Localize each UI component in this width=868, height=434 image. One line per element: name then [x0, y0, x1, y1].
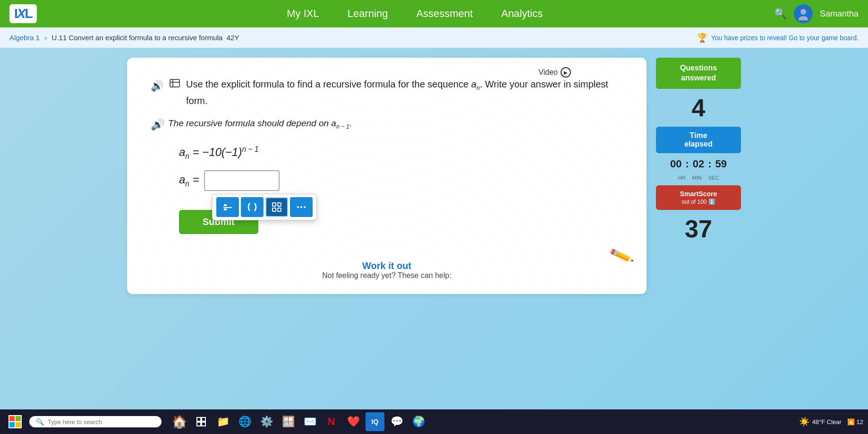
answer-input[interactable] [204, 170, 280, 191]
svg-point-14 [304, 206, 306, 208]
hint-sound-icon[interactable]: 🔊 [151, 119, 163, 131]
breadcrumb-separator: › [44, 34, 47, 42]
taskbar-icons: 🏠 📁 🌐 ⚙️ 🪟 ✉️ N ❤️ IQ 💬 🌍 [170, 412, 428, 431]
math-toolbar [212, 194, 317, 220]
netflix-icon[interactable]: N [322, 412, 341, 431]
nav-analytics[interactable]: Analytics [501, 8, 543, 20]
taskbar-search-icon: 🔍 [36, 418, 44, 425]
instruction-text: Use the explicit formula to find a recur… [186, 77, 623, 108]
sec-label: SEC [708, 175, 719, 181]
fireplace-icon[interactable]: 🏠 [170, 412, 189, 431]
chrome-icon[interactable]: ⚙️ [257, 412, 276, 431]
svg-rect-8 [272, 203, 276, 206]
svg-rect-9 [278, 203, 281, 206]
nav-links: My IXL Learning Assessment Analytics [56, 8, 774, 20]
taskbar: 🔍 🏠 📁 🌐 ⚙️ 🪟 ✉️ N ❤️ IQ 💬 🌍 ☀️ 48°F [0, 409, 868, 434]
iheart-icon[interactable]: ❤️ [344, 412, 363, 431]
work-it-out-link[interactable]: Work it out [322, 260, 451, 271]
min-label: MIN [692, 175, 702, 181]
prize-text: You have prizes to reveal! Go to your ga… [711, 34, 859, 42]
answer-input-row: an = [179, 170, 623, 191]
video-label: Video [538, 68, 558, 77]
pencil-icon[interactable]: ✏️ [608, 243, 635, 269]
file-explorer-icon[interactable]: 📁 [213, 412, 232, 431]
hr-label: HR [678, 175, 686, 181]
breadcrumb-skill: U.11 Convert an explicit formula to a re… [52, 34, 239, 42]
video-button[interactable]: Video ▶ [538, 67, 571, 78]
question-card: Video ▶ 🔊 Use the explicit formula to fi… [127, 58, 647, 294]
svg-rect-7 [224, 208, 227, 210]
prize-banner[interactable]: 🏆 You have prizes to reveal! Go to your … [697, 33, 859, 43]
taskbar-right-area: ☀️ 48°F Clear 🔼 12 [799, 417, 863, 427]
svg-rect-5 [224, 204, 227, 206]
browser-icon-2[interactable]: 🌍 [409, 412, 428, 431]
username-label: Samantha [820, 9, 859, 19]
svg-rect-10 [272, 208, 276, 211]
translate-icon[interactable] [169, 78, 180, 93]
timer-hr: 00 [670, 158, 681, 170]
timer-sec: 59 [715, 158, 727, 170]
question-instructions: 🔊 Use the explicit formula to find a rec… [151, 77, 623, 108]
start-button[interactable] [5, 411, 26, 432]
more-button[interactable] [290, 197, 313, 217]
questions-answered-button[interactable]: Questionsanswered [656, 58, 741, 89]
work-it-out-section: Work it out Not feeling ready yet? These… [322, 260, 451, 280]
nav-right-area: 🔍 Samantha [774, 4, 859, 23]
mail-icon[interactable]: ✉️ [300, 412, 319, 431]
sound-icon[interactable]: 🔊 [151, 78, 163, 94]
answer-label: an = [179, 173, 199, 188]
timer-min: 02 [693, 158, 704, 170]
system-tray-icons[interactable]: 🔼 12 [847, 418, 863, 425]
trophy-icon: 🏆 [697, 33, 707, 43]
nav-my-ixl[interactable]: My IXL [287, 8, 319, 20]
timer-labels: HR MIN SEC [656, 175, 741, 181]
breadcrumb-bar: Algebra 1 › U.11 Convert an explicit for… [0, 27, 868, 48]
ixl-logo[interactable]: IXL [9, 4, 37, 23]
nav-assessment[interactable]: Assessment [416, 8, 473, 20]
breadcrumb: Algebra 1 › U.11 Convert an explicit for… [9, 34, 239, 42]
avatar[interactable] [794, 4, 813, 23]
smartscore-value: 37 [656, 215, 741, 243]
svg-point-12 [297, 206, 299, 208]
breadcrumb-course[interactable]: Algebra 1 [9, 34, 40, 42]
svg-rect-18 [202, 422, 205, 426]
hint-text: 🔊 The recursive formula should depend on… [151, 118, 623, 131]
svg-point-0 [800, 9, 806, 15]
main-content-area: Video ▶ 🔊 Use the explicit formula to fi… [0, 48, 868, 409]
weather-icon: ☀️ [799, 417, 809, 427]
svg-rect-11 [278, 208, 281, 211]
parentheses-button[interactable] [241, 197, 264, 217]
questions-answered-count: 4 [656, 94, 741, 122]
messenger-icon[interactable]: 💬 [387, 412, 406, 431]
task-view-icon[interactable] [192, 412, 211, 431]
svg-rect-16 [202, 417, 205, 421]
timer-sep1: : [685, 158, 689, 170]
weather-info[interactable]: ☀️ 48°F Clear [799, 417, 842, 427]
svg-rect-15 [197, 417, 201, 421]
svg-point-1 [799, 16, 808, 20]
matrix-button[interactable] [265, 197, 288, 217]
play-icon: ▶ [561, 67, 571, 78]
windows-logo-icon [9, 415, 22, 428]
top-navigation: IXL My IXL Learning Assessment Analytics… [0, 0, 868, 27]
svg-point-13 [300, 206, 302, 208]
taskbar-search-bar[interactable]: 🔍 [29, 416, 162, 427]
store-icon[interactable]: 🪟 [279, 412, 298, 431]
smartscore-button[interactable]: SmartScoreout of 100 ℹ️ [656, 185, 741, 210]
search-icon[interactable]: 🔍 [774, 8, 787, 20]
timer-display: 00 : 02 : 59 [656, 158, 741, 170]
taskbar-search-input[interactable] [48, 418, 152, 425]
svg-rect-17 [197, 422, 201, 426]
work-it-out-sub: Not feeling ready yet? These can help: [322, 271, 451, 280]
hint-content: The recursive formula should depend on a… [168, 118, 352, 130]
time-elapsed-button[interactable]: Timeelapsed [656, 127, 741, 153]
weather-text: 48°F Clear [812, 418, 842, 425]
given-formula: an = −10(−1)n − 1 [179, 145, 623, 161]
svg-rect-2 [170, 79, 179, 87]
timer-sep2: : [708, 158, 711, 170]
nav-learning[interactable]: Learning [348, 8, 388, 20]
fraction-button[interactable] [216, 197, 239, 217]
app-icon-1[interactable]: IQ [366, 412, 384, 431]
edge-icon[interactable]: 🌐 [235, 412, 254, 431]
right-panel: Questionsanswered 4 Timeelapsed 00 : 02 … [656, 58, 741, 243]
